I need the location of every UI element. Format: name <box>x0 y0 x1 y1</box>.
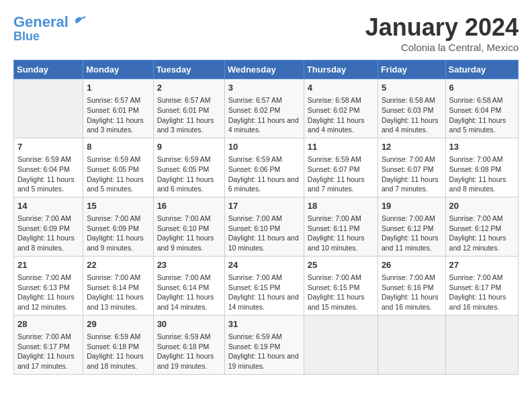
day-number: 4 <box>308 82 374 94</box>
calendar-cell: 22Sunrise: 7:00 AMSunset: 6:14 PMDayligh… <box>83 256 153 315</box>
calendar-cell: 21Sunrise: 7:00 AMSunset: 6:13 PMDayligh… <box>14 256 83 315</box>
calendar-cell: 26Sunrise: 7:00 AMSunset: 6:16 PMDayligh… <box>378 256 445 315</box>
day-number: 5 <box>382 82 442 94</box>
calendar-cell: 17Sunrise: 7:00 AMSunset: 6:10 PMDayligh… <box>224 197 304 256</box>
calendar-cell: 23Sunrise: 7:00 AMSunset: 6:14 PMDayligh… <box>153 256 224 315</box>
location-subtitle: Colonia la Central, Mexico <box>365 42 519 53</box>
day-number: 26 <box>382 259 442 271</box>
logo-text-general: General <box>13 13 69 30</box>
day-number: 3 <box>228 82 300 94</box>
week-row-1: 1Sunrise: 6:57 AMSunset: 6:01 PMDaylight… <box>14 79 519 138</box>
weekday-header-monday: Monday <box>83 60 153 79</box>
calendar-cell: 14Sunrise: 7:00 AMSunset: 6:09 PMDayligh… <box>14 197 83 256</box>
calendar-cell: 25Sunrise: 7:00 AMSunset: 6:15 PMDayligh… <box>304 256 378 315</box>
calendar-cell: 6Sunrise: 6:58 AMSunset: 6:04 PMDaylight… <box>445 79 518 138</box>
title-block: January 2024 Colonia la Central, Mexico <box>365 13 519 53</box>
calendar-cell <box>14 79 83 138</box>
calendar-cell: 16Sunrise: 7:00 AMSunset: 6:10 PMDayligh… <box>153 197 224 256</box>
calendar-cell: 28Sunrise: 7:00 AMSunset: 6:17 PMDayligh… <box>14 315 83 374</box>
calendar-cell <box>445 315 518 374</box>
calendar-cell: 13Sunrise: 7:00 AMSunset: 6:08 PMDayligh… <box>445 138 518 197</box>
logo: General Blue <box>13 13 87 44</box>
weekday-header-thursday: Thursday <box>304 60 378 79</box>
month-title: January 2024 <box>365 13 519 42</box>
day-number: 17 <box>228 200 300 212</box>
calendar-cell: 18Sunrise: 7:00 AMSunset: 6:11 PMDayligh… <box>304 197 378 256</box>
day-number: 21 <box>17 259 79 271</box>
day-number: 19 <box>382 200 442 212</box>
calendar-cell: 8Sunrise: 6:59 AMSunset: 6:05 PMDaylight… <box>83 138 153 197</box>
day-number: 15 <box>87 200 149 212</box>
weekday-header-row: SundayMondayTuesdayWednesdayThursdayFrid… <box>14 60 519 79</box>
week-row-4: 21Sunrise: 7:00 AMSunset: 6:13 PMDayligh… <box>14 256 519 315</box>
day-number: 13 <box>449 141 515 153</box>
calendar-cell <box>378 315 445 374</box>
day-number: 25 <box>308 259 374 271</box>
day-number: 22 <box>87 259 149 271</box>
calendar-cell: 3Sunrise: 6:57 AMSunset: 6:02 PMDaylight… <box>224 79 304 138</box>
week-row-2: 7Sunrise: 6:59 AMSunset: 6:04 PMDaylight… <box>14 138 519 197</box>
week-row-5: 28Sunrise: 7:00 AMSunset: 6:17 PMDayligh… <box>14 315 519 374</box>
day-number: 9 <box>157 141 221 153</box>
day-number: 28 <box>17 318 79 330</box>
day-number: 7 <box>17 141 79 153</box>
calendar-cell: 29Sunrise: 6:59 AMSunset: 6:18 PMDayligh… <box>83 315 153 374</box>
weekday-header-tuesday: Tuesday <box>153 60 224 79</box>
weekday-header-wednesday: Wednesday <box>224 60 304 79</box>
calendar-cell: 20Sunrise: 7:00 AMSunset: 6:12 PMDayligh… <box>445 197 518 256</box>
calendar-cell: 30Sunrise: 6:59 AMSunset: 6:18 PMDayligh… <box>153 315 224 374</box>
day-number: 1 <box>87 82 149 94</box>
day-number: 2 <box>157 82 221 94</box>
day-number: 29 <box>87 318 149 330</box>
calendar-cell: 9Sunrise: 6:59 AMSunset: 6:05 PMDaylight… <box>153 138 224 197</box>
logo-text-blue: Blue <box>13 30 87 44</box>
day-number: 23 <box>157 259 221 271</box>
day-number: 16 <box>157 200 221 212</box>
calendar-table: SundayMondayTuesdayWednesdayThursdayFrid… <box>13 60 519 375</box>
calendar-cell: 19Sunrise: 7:00 AMSunset: 6:12 PMDayligh… <box>378 197 445 256</box>
calendar-cell: 31Sunrise: 6:59 AMSunset: 6:19 PMDayligh… <box>224 315 304 374</box>
weekday-header-saturday: Saturday <box>445 60 518 79</box>
day-number: 31 <box>228 318 300 330</box>
calendar-cell: 24Sunrise: 7:00 AMSunset: 6:15 PMDayligh… <box>224 256 304 315</box>
day-number: 20 <box>449 200 515 212</box>
day-number: 27 <box>449 259 515 271</box>
calendar-cell: 10Sunrise: 6:59 AMSunset: 6:06 PMDayligh… <box>224 138 304 197</box>
calendar-cell: 1Sunrise: 6:57 AMSunset: 6:01 PMDaylight… <box>83 79 153 138</box>
calendar-cell: 4Sunrise: 6:58 AMSunset: 6:02 PMDaylight… <box>304 79 378 138</box>
calendar-cell <box>304 315 378 374</box>
day-number: 12 <box>382 141 442 153</box>
calendar-cell: 5Sunrise: 6:58 AMSunset: 6:03 PMDaylight… <box>378 79 445 138</box>
day-number: 8 <box>87 141 149 153</box>
calendar-cell: 12Sunrise: 7:00 AMSunset: 6:07 PMDayligh… <box>378 138 445 197</box>
calendar-cell: 11Sunrise: 6:59 AMSunset: 6:07 PMDayligh… <box>304 138 378 197</box>
day-number: 6 <box>449 82 515 94</box>
calendar-cell: 27Sunrise: 7:00 AMSunset: 6:17 PMDayligh… <box>445 256 518 315</box>
week-row-3: 14Sunrise: 7:00 AMSunset: 6:09 PMDayligh… <box>14 197 519 256</box>
day-number: 30 <box>157 318 221 330</box>
calendar-cell: 2Sunrise: 6:57 AMSunset: 6:01 PMDaylight… <box>153 79 224 138</box>
logo-bird-icon <box>74 13 87 27</box>
calendar-cell: 15Sunrise: 7:00 AMSunset: 6:09 PMDayligh… <box>83 197 153 256</box>
day-number: 14 <box>17 200 79 212</box>
day-number: 10 <box>228 141 300 153</box>
weekday-header-friday: Friday <box>378 60 445 79</box>
day-number: 24 <box>228 259 300 271</box>
day-number: 11 <box>308 141 374 153</box>
day-number: 18 <box>308 200 374 212</box>
page-header: General Blue January 2024 Colonia la Cen… <box>13 13 519 53</box>
weekday-header-sunday: Sunday <box>14 60 83 79</box>
calendar-cell: 7Sunrise: 6:59 AMSunset: 6:04 PMDaylight… <box>14 138 83 197</box>
